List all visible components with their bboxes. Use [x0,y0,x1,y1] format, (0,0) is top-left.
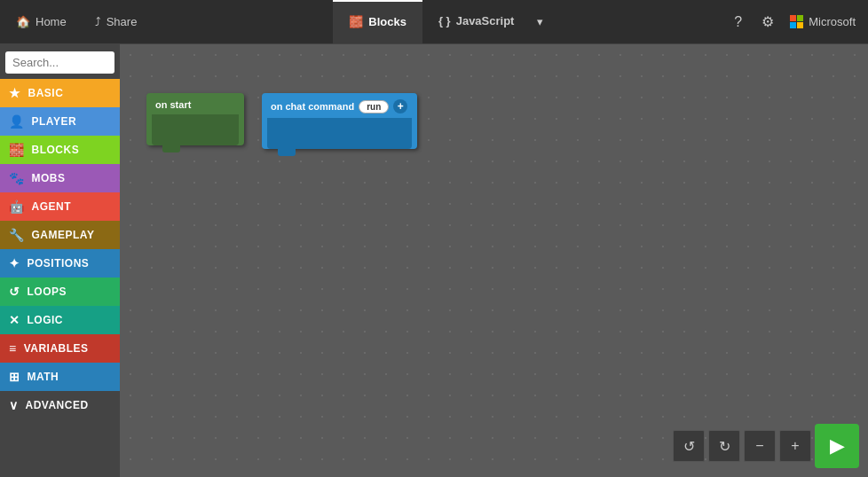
math-label: MATH [28,371,59,383]
settings-icon: ⚙ [761,14,774,29]
sidebar-item-positions[interactable]: ✦POSITIONS [0,249,120,278]
player-label: PLAYER [32,115,77,128]
zoom-in-button[interactable]: + [779,430,811,462]
redo-icon: ↻ [719,438,730,455]
basic-icon: ★ [9,86,21,100]
sidebar-item-player[interactable]: 👤PLAYER [0,107,120,136]
redo-button[interactable]: ↻ [708,430,740,462]
block-on-start-body [152,114,239,145]
basic-label: BASIC [28,87,64,99]
positions-icon: ✦ [9,256,20,270]
sidebar-item-agent[interactable]: 🤖AGENT [0,192,120,221]
canvas-area[interactable]: on start on chat command run + ↺ ↻ [120,44,868,477]
advanced-icon: ∨ [9,398,19,412]
add-parameter-button[interactable]: + [393,99,407,113]
agent-icon: 🤖 [9,199,25,214]
share-button[interactable]: ⤴ Share [88,12,145,32]
tab-blocks[interactable]: 🧱 Blocks [333,0,422,43]
block-chat-header: on chat command run + [265,97,414,118]
run-button[interactable]: ▶ [815,424,859,468]
sidebar-items-list: ★BASIC👤PLAYER🧱BLOCKS🐾MOBS🤖AGENT🔧GAMEPLAY… [0,79,120,477]
add-circle-icon: + [398,101,404,112]
sidebar-item-mobs[interactable]: 🐾MOBS [0,164,120,192]
blocks-icon: 🧱 [9,143,25,157]
logic-label: LOGIC [28,314,64,326]
microsoft-label: Microsoft [809,15,856,28]
sidebar: 🔍 ★BASIC👤PLAYER🧱BLOCKS🐾MOBS🤖AGENT🔧GAMEPL… [0,44,120,477]
sidebar-item-blocks[interactable]: 🧱BLOCKS [0,136,120,164]
gameplay-label: GAMEPLAY [32,229,95,241]
zoom-out-icon: − [755,438,763,454]
run-pill-label: run [367,102,381,112]
block-chat-body [267,118,412,149]
tab-javascript[interactable]: { } JavaScript [422,0,531,43]
tab-dropdown-button[interactable]: ▾ [530,0,550,43]
loops-label: LOOPS [28,285,67,298]
settings-button[interactable]: ⚙ [758,10,777,34]
sidebar-item-basic[interactable]: ★BASIC [0,79,120,107]
chat-command-label: on chat command [271,101,354,112]
positions-label: POSITIONS [28,257,90,270]
tab-bar: 🧱 Blocks { } JavaScript ▾ [153,0,730,43]
sidebar-item-advanced[interactable]: ∨ADVANCED [0,391,120,419]
help-button[interactable]: ? [730,11,746,34]
block-on-start-label: on start [150,97,241,114]
main-layout: 🔍 ★BASIC👤PLAYER🧱BLOCKS🐾MOBS🤖AGENT🔧GAMEPL… [0,44,868,477]
mobs-icon: 🐾 [9,171,25,185]
microsoft-logo: Microsoft [790,15,856,28]
block-on-start[interactable]: on start [146,93,244,145]
sidebar-item-logic[interactable]: ✕LOGIC [0,306,120,334]
variables-label: VARIABLES [24,342,89,355]
block-chat-command[interactable]: on chat command run + [262,93,417,149]
bottom-toolbar: ↺ ↻ − + ▶ [673,424,859,468]
player-icon: 👤 [9,114,25,129]
mobs-label: MOBS [32,172,66,184]
sidebar-item-loops[interactable]: ↺LOOPS [0,278,120,306]
loops-icon: ↺ [9,285,20,299]
zoom-in-icon: + [791,438,799,454]
home-label: Home [36,15,67,28]
search-box: 🔍 [5,51,114,74]
blocks-tab-label: Blocks [368,15,406,28]
run-icon: ▶ [830,434,845,457]
gameplay-icon: 🔧 [9,228,25,242]
sidebar-item-gameplay[interactable]: 🔧GAMEPLAY [0,221,120,249]
search-input[interactable] [5,51,114,74]
help-icon: ? [734,14,742,29]
chevron-down-icon: ▾ [537,15,543,28]
microsoft-squares-icon [790,15,803,28]
advanced-label: ADVANCED [26,399,89,411]
sidebar-item-math[interactable]: ⊞MATH [0,363,120,391]
topbar-right: ? ⚙ Microsoft [730,10,868,34]
blocks-label: BLOCKS [32,144,80,156]
javascript-tab-icon: { } [438,14,451,27]
variables-icon: ≡ [9,341,17,356]
math-icon: ⊞ [9,370,20,384]
home-icon: 🏠 [16,15,30,28]
logic-icon: ✕ [9,313,20,327]
run-pill[interactable]: run [359,100,389,113]
sidebar-item-variables[interactable]: ≡VARIABLES [0,334,120,363]
undo-icon: ↺ [683,438,695,455]
zoom-out-button[interactable]: − [744,430,776,462]
agent-label: AGENT [32,200,72,213]
topbar: 🏠 Home ⤴ Share 🧱 Blocks { } JavaScript ▾… [0,0,868,44]
share-label: Share [107,15,138,28]
javascript-tab-label: JavaScript [456,14,515,27]
share-icon: ⤴ [95,15,101,28]
blocks-tab-icon: 🧱 [349,15,363,28]
undo-button[interactable]: ↺ [673,430,705,462]
home-button[interactable]: 🏠 Home [9,12,74,32]
